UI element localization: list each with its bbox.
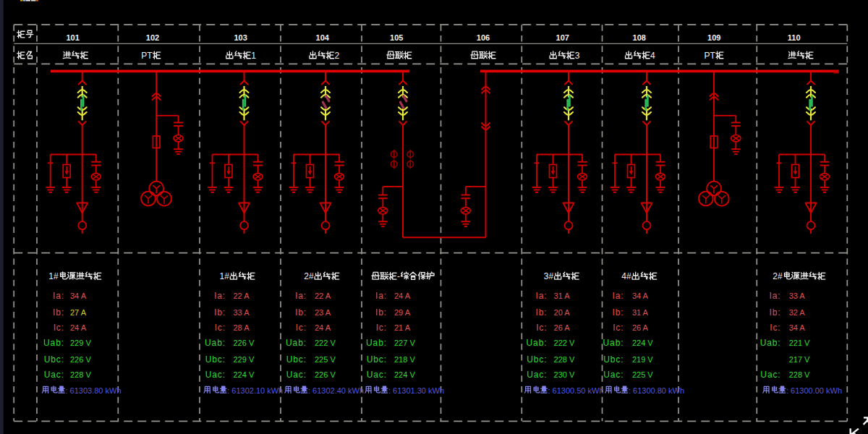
svg-text:229 V: 229 V: [234, 355, 255, 364]
svg-text:107: 107: [556, 33, 569, 42]
svg-text:Ic:: Ic:: [770, 323, 780, 333]
svg-text:Ib:: Ib:: [53, 307, 64, 318]
svg-text:218 V: 218 V: [394, 355, 415, 364]
svg-text:226 V: 226 V: [234, 339, 255, 347]
svg-text:Uac:: Uac:: [760, 370, 780, 380]
svg-text:Uac:: Uac:: [205, 370, 226, 380]
svg-text:33 A: 33 A: [789, 292, 806, 300]
svg-text:Ic:: Ic:: [54, 323, 64, 333]
svg-text:Uac:: Uac:: [603, 370, 624, 380]
svg-text:3: 3: [575, 51, 580, 61]
svg-text:224 V: 224 V: [234, 370, 255, 379]
svg-text:Uac:: Uac:: [527, 370, 547, 380]
svg-text:26 A: 26 A: [632, 323, 649, 332]
svg-text:31 A: 31 A: [632, 308, 649, 317]
svg-text:34 A: 34 A: [632, 292, 649, 300]
svg-text:Ib:: Ib:: [612, 307, 624, 318]
svg-text:: 61302.10 kWh: : 61302.10 kWh: [227, 386, 283, 395]
svg-text:Uab:: Uab:: [603, 338, 624, 348]
svg-text:24 A: 24 A: [70, 323, 87, 332]
svg-text:226 V: 226 V: [70, 355, 91, 364]
svg-text:: 61300.80 kWh: : 61300.80 kWh: [629, 386, 684, 395]
svg-text:225 V: 225 V: [315, 355, 336, 364]
svg-text:Ic:: Ic:: [376, 323, 387, 333]
svg-text:22 A: 22 A: [234, 292, 250, 300]
svg-text:Ic:: Ic:: [536, 323, 547, 333]
svg-text:Uab:: Uab:: [527, 338, 548, 348]
svg-text:27 A: 27 A: [70, 308, 87, 317]
svg-text:Uac:: Uac:: [286, 370, 307, 380]
svg-text:1#: 1#: [48, 271, 59, 281]
svg-text:Ib:: Ib:: [214, 307, 226, 318]
svg-text:102: 102: [146, 33, 159, 42]
svg-text:-: -: [397, 271, 400, 281]
svg-text:29 A: 29 A: [394, 308, 411, 317]
svg-text:Ic:: Ic:: [613, 323, 624, 333]
svg-text:Ib:: Ib:: [770, 307, 781, 318]
svg-text:228 V: 228 V: [554, 355, 575, 364]
svg-text:109: 109: [707, 33, 720, 42]
svg-text:: 61301.30 kWh: : 61301.30 kWh: [388, 386, 444, 395]
svg-text:227 V: 227 V: [394, 339, 415, 347]
svg-text:Ia:: Ia:: [535, 291, 547, 301]
svg-text:: 61300.50 kWh: : 61300.50 kWh: [548, 386, 604, 395]
svg-text:3#: 3#: [544, 271, 554, 281]
svg-text:1#: 1#: [220, 271, 230, 281]
svg-text:110: 110: [788, 33, 801, 42]
svg-text:Uac:: Uac:: [44, 370, 64, 380]
svg-text:Ia:: Ia:: [214, 291, 226, 301]
svg-text:Ia:: Ia:: [375, 291, 387, 301]
svg-text:PT: PT: [141, 51, 153, 61]
svg-text:104: 104: [316, 33, 330, 42]
svg-text:: 61303.80 kWh: : 61303.80 kWh: [66, 386, 122, 395]
svg-text:Ubc:: Ubc:: [44, 354, 64, 365]
svg-text:224 V: 224 V: [632, 339, 653, 347]
svg-text:33 A: 33 A: [234, 308, 250, 317]
svg-text:: 61300.00 kWh: : 61300.00 kWh: [786, 386, 842, 395]
svg-text:Uab:: Uab:: [366, 338, 387, 348]
svg-text:24 A: 24 A: [315, 323, 331, 332]
svg-text:Uab:: Uab:: [760, 338, 781, 348]
svg-text:34 A: 34 A: [789, 323, 806, 332]
svg-text:105: 105: [390, 33, 403, 42]
svg-text:23 A: 23 A: [315, 308, 331, 317]
svg-text:101: 101: [66, 33, 79, 42]
svg-text:34 A: 34 A: [70, 292, 87, 300]
svg-text:228 V: 228 V: [789, 370, 810, 379]
svg-text:Uab:: Uab:: [286, 338, 307, 348]
svg-text:Ic:: Ic:: [296, 323, 307, 333]
svg-text:108: 108: [633, 33, 646, 42]
svg-text:Uac:: Uac:: [367, 370, 387, 380]
svg-text:Ib:: Ib:: [375, 307, 387, 318]
svg-text:Ia:: Ia:: [295, 291, 307, 301]
svg-text:24 A: 24 A: [394, 292, 411, 300]
svg-text:229 V: 229 V: [70, 339, 91, 347]
svg-text:Ubc:: Ubc:: [603, 354, 624, 365]
svg-text:Ic:: Ic:: [215, 323, 226, 333]
svg-text:2#: 2#: [773, 271, 783, 281]
svg-text:221 V: 221 V: [789, 339, 810, 347]
svg-text:224 V: 224 V: [394, 370, 415, 379]
svg-text:222 V: 222 V: [315, 339, 336, 347]
svg-text:2: 2: [335, 51, 340, 61]
svg-text:28 A: 28 A: [234, 323, 250, 332]
svg-text:32 A: 32 A: [789, 308, 806, 317]
svg-text:230 V: 230 V: [554, 370, 575, 379]
svg-text:Uab:: Uab:: [43, 338, 64, 348]
svg-text:Ib:: Ib:: [295, 307, 307, 318]
svg-text:Ubc:: Ubc:: [527, 354, 547, 365]
svg-text:2#: 2#: [304, 271, 314, 281]
svg-text:21 A: 21 A: [394, 323, 411, 332]
svg-text:22 A: 22 A: [315, 292, 331, 300]
svg-text:Ib:: Ib:: [535, 307, 547, 318]
svg-text:226 V: 226 V: [315, 370, 336, 379]
svg-text:228 V: 228 V: [70, 370, 91, 379]
svg-text:Ubc:: Ubc:: [205, 354, 226, 365]
svg-text:103: 103: [234, 33, 247, 42]
svg-text:217 V: 217 V: [789, 355, 810, 364]
svg-text:Ia:: Ia:: [612, 291, 624, 301]
svg-text:Uab:: Uab:: [205, 338, 226, 348]
svg-text:225 V: 225 V: [632, 370, 653, 379]
svg-text:Ia:: Ia:: [770, 291, 781, 301]
svg-text:4: 4: [650, 51, 655, 61]
